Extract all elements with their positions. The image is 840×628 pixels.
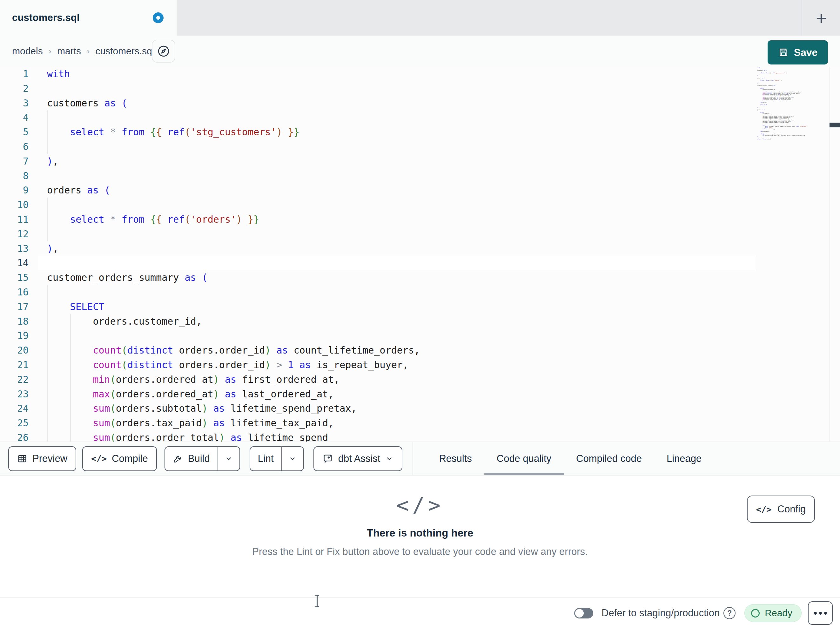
build-label: Build [188, 453, 210, 464]
code-line[interactable]: 23 max(orders.ordered_at) as last_ordere… [0, 387, 840, 402]
defer-toggle[interactable] [574, 608, 593, 619]
line-number: 23 [0, 387, 28, 402]
line-number: 14 [0, 256, 28, 270]
breadcrumb-item-customers-sql[interactable]: customers.sql [95, 46, 154, 57]
code-line[interactable]: 25 sum(orders.tax_paid) as lifetime_tax_… [0, 416, 840, 430]
code-line[interactable]: 9orders as ( [0, 183, 840, 198]
build-button[interactable]: Build [165, 447, 218, 470]
explore-lineage-button[interactable] [152, 40, 175, 63]
line-number: 26 [0, 430, 28, 441]
code-line[interactable]: 14 [0, 256, 840, 270]
text-cursor-icon [314, 595, 320, 607]
preview-button[interactable]: Preview [8, 446, 76, 471]
code-line[interactable]: 4 [0, 110, 840, 125]
toggle-knob [575, 609, 584, 617]
line-number: 15 [0, 270, 28, 285]
code-line[interactable]: 11 select * from {{ ref('orders') }} [0, 212, 840, 227]
table-icon [17, 454, 27, 464]
line-number: 11 [0, 212, 28, 227]
line-number: 6 [0, 139, 28, 154]
config-button[interactable]: </> Config [747, 495, 815, 523]
chevron-down-icon [385, 454, 393, 463]
code-line[interactable]: 24 sum(orders.subtotal) as lifetime_spen… [0, 401, 840, 416]
code-line[interactable]: 12 [0, 227, 840, 241]
code-line[interactable]: 1with [0, 67, 840, 81]
minimap[interactable]: withcustomers as ( select * from {{ ref(… [757, 67, 828, 433]
breadcrumb-separator: › [49, 46, 51, 56]
status-bar: Defer to staging/production ? Ready [0, 598, 840, 628]
breadcrumb-item-marts[interactable]: marts [57, 46, 81, 57]
line-number: 12 [0, 227, 28, 241]
line-number: 10 [0, 198, 28, 212]
tab-compiled-code[interactable]: Compiled code [576, 442, 642, 475]
new-tab-button[interactable]: + [809, 6, 833, 30]
code-line[interactable]: 5 select * from {{ ref('stg_customers') … [0, 125, 840, 139]
line-number: 3 [0, 96, 28, 111]
line-number: 2 [0, 81, 28, 96]
tab-lineage[interactable]: Lineage [666, 442, 701, 475]
code-line[interactable]: 2 [0, 81, 840, 96]
code-line[interactable]: 15customer_orders_summary as ( [0, 270, 840, 285]
line-number: 20 [0, 343, 28, 358]
more-options-button[interactable] [808, 601, 833, 625]
dbt-assist-label: dbt Assist [338, 453, 381, 464]
compass-icon [157, 44, 170, 58]
save-label: Save [794, 47, 818, 59]
code-line[interactable]: 22 min(orders.ordered_at) as first_order… [0, 372, 840, 387]
code-icon: </> [756, 505, 772, 514]
scrollbar-marker[interactable] [829, 123, 840, 127]
file-tab-customers-sql[interactable]: customers.sql [0, 0, 177, 36]
line-number: 21 [0, 358, 28, 372]
line-number: 7 [0, 154, 28, 169]
file-tab-title: customers.sql [12, 12, 80, 24]
code-line[interactable]: 13), [0, 241, 840, 256]
line-number: 16 [0, 285, 28, 299]
lint-dropdown-button[interactable] [281, 447, 303, 470]
unsaved-changes-dot-icon [153, 13, 164, 23]
code-line[interactable]: 6 [0, 139, 840, 154]
code-line[interactable]: 8 [0, 169, 840, 183]
result-tabs: ResultsCode qualityCompiled codeLineage [439, 442, 701, 475]
breadcrumb-row: models › marts › customers.sql Save [0, 36, 840, 67]
line-number: 22 [0, 372, 28, 387]
compile-button[interactable]: </> Compile [82, 446, 157, 471]
breadcrumb-item-models[interactable]: models [12, 46, 43, 57]
code-line[interactable]: 20 count(distinct orders.order_id) as co… [0, 343, 840, 358]
minimap-code: withcustomers as ( select * from {{ ref(… [757, 67, 828, 140]
chevron-down-icon [288, 454, 297, 463]
toolbar-divider [412, 442, 413, 475]
line-number: 9 [0, 183, 28, 198]
status-badge: Ready [744, 604, 802, 622]
code-line[interactable]: 3customers as ( [0, 96, 840, 111]
chevron-down-icon [224, 454, 233, 463]
help-icon[interactable]: ? [723, 607, 736, 619]
code-line[interactable]: 21 count(distinct orders.order_id) > 1 a… [0, 358, 840, 372]
code-icon: </> [0, 493, 840, 517]
line-number: 4 [0, 110, 28, 125]
code-line[interactable]: 18 orders.customer_id, [0, 314, 840, 329]
status-circle-icon [751, 609, 759, 617]
status-badge-label: Ready [765, 607, 793, 619]
code-line[interactable]: 10 [0, 198, 840, 212]
build-dropdown-button[interactable] [218, 447, 240, 470]
breadcrumb: models › marts › customers.sql [12, 36, 154, 67]
action-toolbar: Preview </> Compile Build Lint [0, 441, 840, 476]
code-line[interactable]: 19 [0, 329, 840, 343]
tab-code-quality[interactable]: Code quality [497, 442, 551, 475]
code-line[interactable]: 16 [0, 285, 840, 299]
code-line[interactable]: 26 sum(orders.order_total) as lifetime_s… [0, 430, 840, 441]
compile-label: Compile [112, 453, 148, 464]
tab-results[interactable]: Results [439, 442, 472, 475]
breadcrumb-separator: › [87, 46, 90, 56]
dbt-assist-button[interactable]: dbt Assist [313, 446, 403, 471]
line-number: 25 [0, 416, 28, 430]
save-button[interactable]: Save [767, 40, 828, 65]
code-line[interactable]: 17 SELECT [0, 299, 840, 314]
wrench-icon [173, 454, 183, 464]
defer-label: Defer to staging/production [602, 607, 720, 619]
config-label: Config [777, 503, 806, 515]
code-line[interactable]: 7), [0, 154, 840, 169]
line-number: 13 [0, 241, 28, 256]
lint-button[interactable]: Lint [250, 447, 281, 470]
code-editor[interactable]: 1with23customers as (45 select * from {{… [0, 67, 840, 441]
